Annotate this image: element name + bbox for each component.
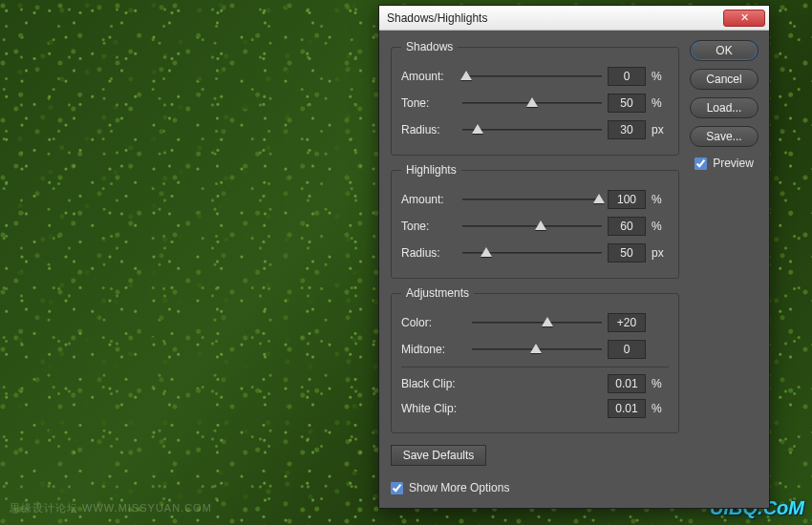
shadows-tone-slider[interactable]: [462, 96, 602, 110]
cancel-button[interactable]: Cancel: [690, 69, 759, 90]
preview-checkbox[interactable]: [694, 158, 707, 170]
highlights-amount-input[interactable]: [608, 190, 646, 209]
show-more-checkbox[interactable]: [391, 482, 403, 494]
highlights-group: Highlights Amount: % Tone: % Radius:: [391, 163, 679, 279]
shadows-legend: Shadows: [401, 40, 458, 53]
highlights-amount-row: Amount: %: [401, 186, 669, 213]
midtone-slider[interactable]: [472, 343, 602, 356]
adjustments-group: Adjustments Color: Midtone: Black Clip:: [391, 286, 679, 433]
highlights-radius-label: Radius:: [401, 246, 457, 260]
save-button[interactable]: Save...: [690, 126, 759, 147]
dialog-title: Shadows/Highlights: [387, 11, 723, 25]
ok-button[interactable]: OK: [690, 40, 759, 61]
black-clip-row: Black Clip: %: [401, 371, 669, 396]
shadows-tone-label: Tone:: [401, 96, 457, 110]
black-clip-input[interactable]: [608, 374, 646, 393]
show-more-options[interactable]: Show More Options: [391, 481, 679, 494]
highlights-tone-row: Tone: %: [401, 213, 669, 240]
preview-label: Preview: [713, 157, 754, 170]
shadows-group: Shadows Amount: % Tone: % Radius:: [391, 40, 679, 156]
highlights-radius-unit: px: [652, 246, 669, 260]
shadows-tone-unit: %: [652, 96, 669, 110]
shadows-radius-row: Radius: px: [401, 116, 669, 143]
separator: [401, 367, 669, 368]
highlights-tone-label: Tone:: [401, 220, 457, 233]
highlights-amount-slider[interactable]: [462, 193, 602, 206]
shadows-radius-unit: px: [652, 123, 669, 136]
shadows-amount-unit: %: [652, 70, 669, 83]
shadows-amount-input[interactable]: [608, 67, 646, 86]
midtone-label: Midtone:: [401, 343, 466, 356]
titlebar[interactable]: Shadows/Highlights ✕: [379, 6, 769, 31]
highlights-legend: Highlights: [401, 163, 461, 177]
highlights-tone-slider[interactable]: [462, 220, 602, 233]
color-input[interactable]: [608, 313, 646, 332]
highlights-radius-row: Radius: px: [401, 240, 669, 266]
white-clip-label: White Clip:: [401, 402, 466, 415]
shadows-highlights-dialog: Shadows/Highlights ✕ Shadows Amount: % T…: [378, 5, 770, 509]
color-slider[interactable]: [472, 316, 602, 329]
shadows-amount-slider[interactable]: [462, 70, 602, 83]
shadows-amount-row: Amount: %: [401, 63, 669, 90]
highlights-tone-unit: %: [652, 220, 669, 233]
white-clip-row: White Clip: %: [401, 396, 669, 421]
shadows-tone-input[interactable]: [608, 94, 646, 113]
highlights-tone-input[interactable]: [608, 217, 646, 236]
color-row: Color:: [401, 309, 669, 336]
highlights-amount-unit: %: [652, 193, 669, 206]
highlights-radius-input[interactable]: [608, 243, 646, 262]
color-label: Color:: [401, 316, 466, 329]
close-icon: ✕: [740, 12, 749, 23]
close-button[interactable]: ✕: [723, 10, 765, 27]
white-clip-input[interactable]: [608, 399, 646, 418]
load-button[interactable]: Load...: [690, 97, 759, 118]
black-clip-unit: %: [652, 377, 669, 390]
preview-toggle[interactable]: Preview: [694, 157, 754, 170]
highlights-amount-label: Amount:: [401, 193, 457, 206]
shadows-radius-slider[interactable]: [462, 123, 602, 136]
adjustments-legend: Adjustments: [401, 286, 474, 300]
watermark-left: 思缘设计论坛 WWW.MISSYUAN.COM: [10, 501, 212, 515]
save-defaults-button[interactable]: Save Defaults: [391, 445, 486, 466]
shadows-amount-label: Amount:: [401, 70, 457, 83]
highlights-radius-slider[interactable]: [462, 246, 602, 260]
shadows-radius-input[interactable]: [608, 120, 646, 139]
midtone-input[interactable]: [608, 340, 646, 359]
black-clip-label: Black Clip:: [401, 377, 466, 390]
shadows-radius-label: Radius:: [401, 123, 457, 136]
show-more-label: Show More Options: [409, 481, 509, 494]
white-clip-unit: %: [652, 402, 669, 415]
midtone-row: Midtone:: [401, 336, 669, 363]
shadows-tone-row: Tone: %: [401, 90, 669, 116]
